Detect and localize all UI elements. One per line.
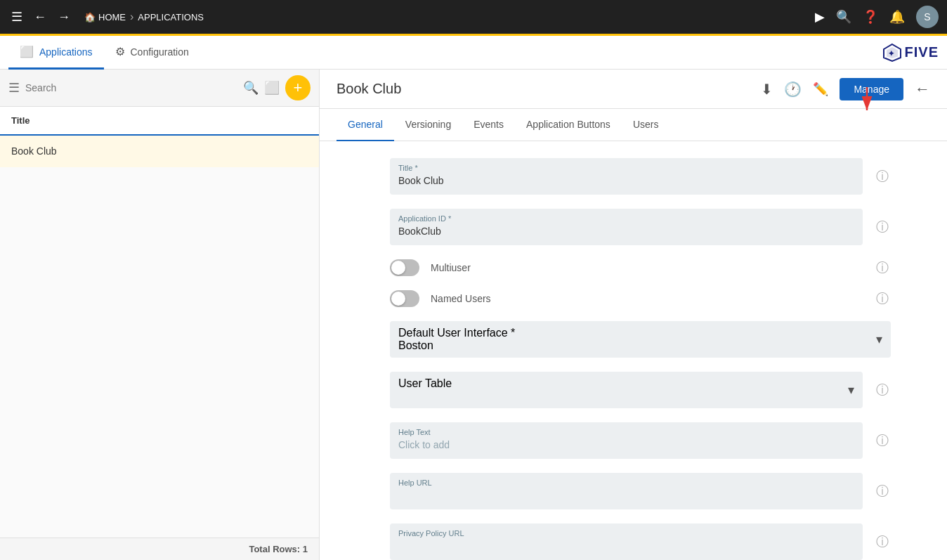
default-ui-value: Boston	[398, 339, 882, 352]
home-label: HOME	[98, 12, 126, 22]
add-button[interactable]: +	[285, 75, 311, 100]
breadcrumb-separator: ›	[130, 11, 133, 23]
filter-icon[interactable]: ☰	[8, 80, 20, 96]
bell-icon[interactable]: 🔔	[889, 9, 905, 25]
help-url-field[interactable]: Help URL	[390, 473, 863, 509]
content-tabs: General Versioning Events Application Bu…	[320, 109, 947, 141]
multiuser-help-icon[interactable]: ⓘ	[874, 259, 891, 276]
app-id-value: BookClub	[398, 226, 854, 237]
download-icon[interactable]: ⬇	[761, 81, 773, 98]
help-url-help-icon[interactable]: ⓘ	[874, 483, 891, 500]
avatar[interactable]: S	[916, 6, 939, 28]
default-ui-dropdown-arrow: ▾	[876, 332, 882, 347]
import-icon[interactable]: ⬜	[264, 80, 280, 96]
topbar: ☰ ← → 🏠 HOME › APPLICATIONS ▶ 🔍 ❓ 🔔 S	[0, 0, 947, 34]
five-logo-icon: ✦	[882, 43, 902, 63]
multiuser-row: Multiuser ⓘ	[390, 259, 891, 276]
main-layout: ☰ 🔍 ⬜ + Title Book Club Total Rows: 1 Bo…	[0, 70, 947, 560]
help-text-label: Help Text	[398, 428, 854, 436]
breadcrumb: 🏠 HOME › APPLICATIONS	[84, 11, 809, 23]
main-tabbar: ⬜ Applications ⚙ Configuration ✦ FIVE	[0, 36, 947, 70]
help-icon[interactable]: ❓	[863, 9, 878, 25]
play-icon[interactable]: ▶	[815, 9, 825, 25]
svg-text:✦: ✦	[888, 49, 894, 58]
tab-applications[interactable]: ⬜ Applications	[8, 37, 104, 70]
menu-icon[interactable]: ☰	[8, 6, 25, 27]
search-circle-icon[interactable]: 🔍	[836, 9, 851, 25]
named-users-row: Named Users ⓘ	[390, 290, 891, 307]
list-items: Book Club	[0, 136, 319, 538]
app-id-field[interactable]: Application ID * BookClub	[390, 209, 863, 245]
form-area: Title * Book Club ⓘ Application ID * Boo…	[320, 141, 947, 560]
user-table-help-icon[interactable]: ⓘ	[874, 382, 891, 398]
help-text-placeholder: Click to add	[398, 439, 854, 450]
privacy-policy-label: Privacy Policy URL	[398, 529, 854, 538]
title-row: Title * Book Club ⓘ	[390, 158, 891, 195]
right-header: Book Club ⬇ 🕐 ✏️ Manage ←	[320, 70, 947, 109]
title-field[interactable]: Title * Book Club	[390, 158, 863, 195]
help-text-field[interactable]: Help Text Click to add	[390, 422, 863, 459]
back-icon[interactable]: ←	[31, 7, 49, 27]
app-id-row: Application ID * BookClub ⓘ	[390, 209, 891, 245]
help-url-row: Help URL ⓘ	[390, 473, 891, 509]
title-help-icon[interactable]: ⓘ	[874, 168, 891, 185]
named-users-help-icon[interactable]: ⓘ	[874, 290, 891, 307]
tab-general[interactable]: General	[337, 109, 394, 141]
manage-button[interactable]: Manage	[840, 78, 903, 100]
user-table-dropdown-arrow: ▾	[848, 382, 854, 398]
five-logo-text: FIVE	[905, 44, 939, 60]
help-text-help-icon[interactable]: ⓘ	[874, 432, 891, 449]
close-icon[interactable]: ←	[915, 80, 930, 98]
topbar-actions: ▶ 🔍 ❓ 🔔 S	[815, 6, 939, 28]
header-actions: ⬇ 🕐 ✏️ Manage ←	[761, 78, 930, 100]
list-item[interactable]: Book Club	[0, 136, 319, 167]
title-label: Title *	[398, 164, 854, 172]
default-ui-row: Default User Interface * Boston ▾	[390, 321, 891, 358]
user-table-field[interactable]: User Table ▾	[390, 372, 863, 408]
forward-icon[interactable]: →	[55, 7, 73, 27]
history-icon[interactable]: 🕐	[784, 81, 802, 98]
applications-tab-label: Applications	[39, 46, 93, 58]
applications-tab-icon: ⬜	[20, 45, 34, 58]
privacy-policy-field[interactable]: Privacy Policy URL	[390, 523, 863, 560]
app-id-help-icon[interactable]: ⓘ	[874, 219, 891, 235]
app-id-label: Application ID *	[398, 214, 854, 223]
privacy-policy-row: Privacy Policy URL ⓘ	[390, 523, 891, 560]
title-value: Book Club	[398, 175, 854, 186]
tab-configuration[interactable]: ⚙ Configuration	[104, 37, 200, 70]
search-input[interactable]	[25, 82, 237, 93]
tab-users[interactable]: Users	[622, 109, 670, 141]
help-text-row: Help Text Click to add ⓘ	[390, 422, 891, 459]
right-panel: Book Club ⬇ 🕐 ✏️ Manage ←	[320, 70, 947, 560]
record-title: Book Club	[337, 81, 752, 97]
named-users-label: Named Users	[431, 293, 863, 304]
multiuser-label: Multiuser	[431, 262, 863, 273]
left-panel: ☰ 🔍 ⬜ + Title Book Club Total Rows: 1	[0, 70, 320, 560]
user-table-label: User Table	[398, 377, 854, 390]
current-page-label: APPLICATIONS	[138, 12, 204, 22]
configuration-tab-icon: ⚙	[115, 45, 125, 58]
user-table-row: User Table ▾ ⓘ	[390, 372, 891, 408]
home-nav[interactable]: 🏠 HOME	[84, 12, 126, 22]
help-url-label: Help URL	[398, 478, 854, 487]
list-header: Title	[0, 107, 319, 136]
multiuser-toggle[interactable]	[390, 259, 419, 276]
tab-application-buttons[interactable]: Application Buttons	[515, 109, 622, 141]
home-icon: 🏠	[84, 12, 96, 22]
search-icon[interactable]: 🔍	[243, 80, 259, 96]
tab-events[interactable]: Events	[462, 109, 515, 141]
edit-icon[interactable]: ✏️	[813, 82, 828, 97]
default-ui-label: Default User Interface *	[398, 327, 882, 339]
five-logo: ✦ FIVE	[882, 43, 939, 63]
search-bar: ☰ 🔍 ⬜ +	[0, 70, 319, 107]
named-users-toggle[interactable]	[390, 290, 419, 307]
privacy-policy-help-icon[interactable]: ⓘ	[874, 533, 891, 550]
tab-versioning[interactable]: Versioning	[394, 109, 462, 141]
default-ui-field[interactable]: Default User Interface * Boston ▾	[390, 321, 891, 358]
configuration-tab-label: Configuration	[131, 46, 189, 58]
list-footer: Total Rows: 1	[0, 538, 319, 560]
